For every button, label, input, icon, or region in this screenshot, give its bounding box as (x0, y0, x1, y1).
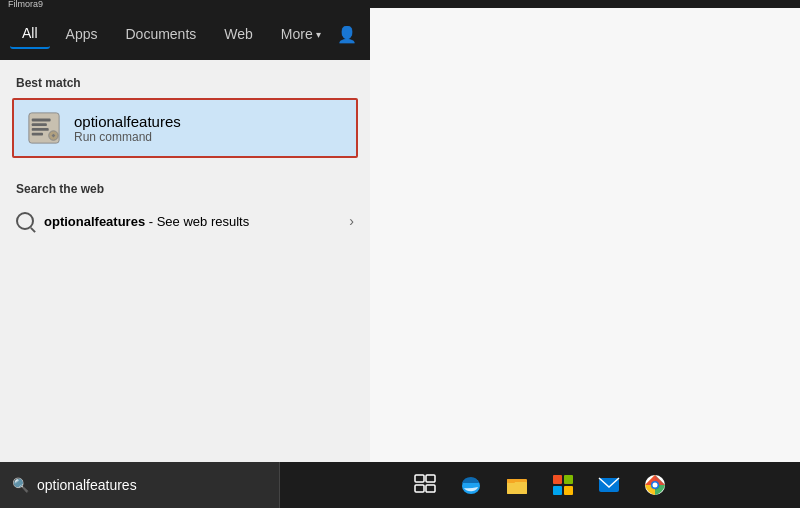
right-panel (370, 8, 800, 470)
taskbar-search-icon: 🔍 (12, 477, 29, 493)
svg-point-23 (653, 483, 658, 488)
svg-rect-8 (426, 475, 435, 482)
taskbar-search-box[interactable]: 🔍 optionalfeatures (0, 462, 280, 508)
svg-rect-17 (553, 486, 562, 495)
top-bar: Filmora9 (0, 0, 800, 8)
search-icon (16, 212, 34, 230)
svg-rect-9 (415, 485, 424, 492)
best-match-item[interactable]: optionalfeatures Run command (12, 98, 358, 158)
tab-documents[interactable]: Documents (113, 20, 208, 48)
edge-browser-icon[interactable] (457, 471, 485, 499)
svg-rect-4 (32, 133, 43, 136)
chrome-icon[interactable] (641, 471, 669, 499)
best-match-label: Best match (0, 72, 370, 98)
svg-rect-13 (507, 482, 527, 494)
svg-rect-16 (564, 475, 573, 484)
tab-web[interactable]: Web (212, 20, 265, 48)
web-section: Search the web optionalfeatures - See we… (0, 178, 370, 238)
filmora-label: Filmora9 (8, 0, 43, 8)
person-icon[interactable]: 👤 (337, 25, 357, 44)
tab-all[interactable]: All (10, 19, 50, 49)
web-section-label: Search the web (0, 178, 370, 204)
search-panel: All Apps Documents Web More ▾ 👤 ··· Best… (0, 8, 370, 470)
svg-rect-10 (426, 485, 435, 492)
taskbar-search-text: optionalfeatures (37, 477, 137, 493)
taskbar-icons (280, 471, 800, 499)
chevron-right-icon: › (349, 213, 354, 229)
panel-body: Best match optionalfeatures Run command (0, 60, 370, 470)
web-search-text: optionalfeatures - See web results (44, 214, 339, 229)
taskbar: 🔍 optionalfeatures (0, 462, 800, 508)
svg-rect-7 (415, 475, 424, 482)
best-match-sub: Run command (74, 130, 181, 144)
optionalfeatures-icon (26, 110, 62, 146)
svg-rect-15 (553, 475, 562, 484)
tab-more[interactable]: More ▾ (269, 20, 333, 48)
tab-bar: All Apps Documents Web More ▾ 👤 ··· (0, 8, 370, 60)
chevron-down-icon: ▾ (316, 29, 321, 40)
mail-icon[interactable] (595, 471, 623, 499)
svg-rect-3 (32, 128, 49, 131)
best-match-text: optionalfeatures Run command (74, 113, 181, 144)
web-search-row[interactable]: optionalfeatures - See web results › (0, 204, 370, 238)
tab-apps[interactable]: Apps (54, 20, 110, 48)
file-explorer-icon[interactable] (503, 471, 531, 499)
svg-rect-2 (32, 123, 47, 126)
best-match-name: optionalfeatures (74, 113, 181, 130)
store-icon[interactable] (549, 471, 577, 499)
svg-rect-14 (507, 479, 515, 483)
svg-rect-18 (564, 486, 573, 495)
task-view-icon[interactable] (411, 471, 439, 499)
svg-rect-1 (32, 119, 51, 122)
